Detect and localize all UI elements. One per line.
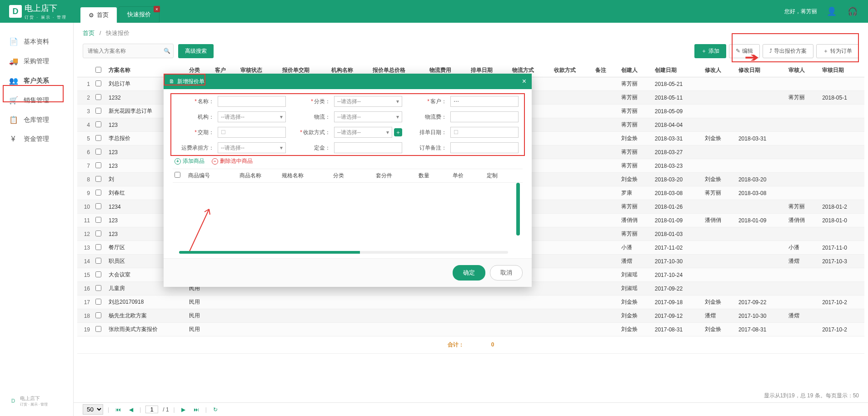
sidebar-item-1[interactable]: 🚚采购管理 bbox=[0, 51, 73, 71]
status-text: 显示从1到19，总 19 条。每页显示：50 bbox=[764, 392, 859, 400]
sidebar-item-0[interactable]: 📄基本资料 bbox=[0, 32, 73, 51]
page-size-select[interactable]: 50 bbox=[83, 404, 103, 415]
freight-select[interactable]: --请选择-- bbox=[218, 142, 286, 153]
form-grid: 名称： 分类： --请选择-- 客户： 机构： --请选择-- 物流： --请选… bbox=[173, 95, 523, 154]
category-select[interactable]: --请选择-- bbox=[334, 96, 402, 107]
column-header[interactable]: 备注 bbox=[592, 64, 618, 77]
row-checkbox[interactable] bbox=[95, 176, 101, 182]
prev-page-icon[interactable]: ◀ bbox=[127, 406, 135, 413]
search-box: 🔍 bbox=[83, 44, 174, 58]
next-page-icon[interactable]: ▶ bbox=[180, 406, 187, 413]
sidebar-icon: 📄 bbox=[9, 37, 17, 46]
row-checkbox[interactable] bbox=[95, 121, 101, 127]
name-input[interactable] bbox=[218, 96, 286, 107]
add-goods-link[interactable]: +添加商品 bbox=[175, 157, 205, 165]
horizontal-scrollbar[interactable] bbox=[179, 251, 508, 254]
help-icon[interactable]: 🎧 bbox=[846, 5, 859, 18]
payment-select[interactable]: --请选择-- bbox=[334, 127, 392, 138]
plus-icon: ＋ bbox=[823, 47, 828, 55]
add-payment-icon[interactable]: ＋ bbox=[394, 128, 402, 136]
table-row[interactable]: 17 刘总20170918民用 刘金焕2017-09-18刘金焕2017-09-… bbox=[77, 296, 864, 309]
sidebar-item-5[interactable]: ¥资金管理 bbox=[0, 130, 73, 149]
upload-icon: ⤴ bbox=[769, 48, 772, 54]
sidebar-item-4[interactable]: 📋仓库管理 bbox=[0, 110, 73, 130]
label-freight: 运费承担方： bbox=[173, 144, 214, 152]
document-icon: 🗎 bbox=[169, 78, 175, 85]
logfee-input[interactable] bbox=[450, 111, 519, 122]
label-category: 分类： bbox=[289, 98, 330, 105]
table-row[interactable]: 18 杨先生北欧方案民用 刘金焕2017-09-12潘熠2017-10-30潘熠 bbox=[77, 309, 864, 323]
tab-quote[interactable]: 快速报价 × bbox=[119, 6, 160, 23]
goods-column-header: 单价 bbox=[453, 172, 487, 180]
search-input[interactable] bbox=[83, 45, 160, 57]
sidebar-icon: ¥ bbox=[9, 135, 17, 143]
vertical-scrollbar[interactable] bbox=[516, 183, 520, 236]
cancel-button[interactable]: 取消 bbox=[490, 265, 523, 281]
label-customer: 客户： bbox=[406, 98, 447, 105]
deposit-input[interactable] bbox=[334, 142, 402, 153]
goods-column-header: 定制 bbox=[487, 172, 521, 180]
page-input[interactable] bbox=[145, 406, 158, 413]
column-header[interactable]: 修改人 bbox=[701, 64, 735, 77]
export-button[interactable]: ⤴导出报价方案 bbox=[763, 44, 813, 58]
row-checkbox[interactable] bbox=[95, 326, 101, 332]
column-header[interactable]: 创建人 bbox=[618, 64, 651, 77]
row-checkbox[interactable] bbox=[95, 162, 101, 168]
label-schedule: 排单日期： bbox=[406, 129, 447, 136]
label-remark: 订单备注： bbox=[406, 144, 447, 152]
label-deposit: 定金： bbox=[289, 144, 330, 152]
row-checkbox[interactable] bbox=[95, 299, 101, 305]
column-header[interactable]: 创建日期 bbox=[651, 64, 701, 77]
user-icon[interactable]: 👤 bbox=[825, 5, 838, 18]
column-header[interactable]: 收款方式 bbox=[550, 64, 592, 77]
row-checkbox[interactable] bbox=[95, 312, 101, 318]
tab-home[interactable]: ⚙ 首页 bbox=[80, 7, 117, 23]
sidebar-item-3[interactable]: 🛒销售管理 bbox=[0, 90, 73, 110]
refresh-icon[interactable]: ↻ bbox=[211, 406, 219, 413]
row-checkbox[interactable] bbox=[95, 190, 101, 195]
column-header[interactable]: 修改日期 bbox=[735, 64, 785, 77]
ok-button[interactable]: 确定 bbox=[453, 265, 485, 281]
convert-order-button[interactable]: ＋转为订单 bbox=[816, 44, 859, 58]
logistics-select[interactable]: --请选择-- bbox=[334, 111, 402, 122]
sidebar-icon: 🛒 bbox=[9, 96, 17, 105]
pencil-icon: ✎ bbox=[736, 48, 740, 54]
close-icon[interactable]: × bbox=[522, 77, 526, 85]
sidebar-item-label: 客户关系 bbox=[24, 77, 49, 85]
last-page-icon[interactable]: ⏭ bbox=[192, 406, 201, 413]
user-greeting: 您好，蒋芳丽 bbox=[784, 8, 817, 15]
row-checkbox[interactable] bbox=[95, 244, 101, 250]
row-checkbox[interactable] bbox=[95, 94, 101, 100]
org-select[interactable]: --请选择-- bbox=[218, 111, 286, 122]
row-checkbox[interactable] bbox=[95, 203, 101, 209]
close-icon[interactable]: × bbox=[154, 6, 160, 12]
goods-select-all[interactable] bbox=[175, 172, 180, 178]
select-all-checkbox[interactable] bbox=[95, 67, 101, 73]
column-header[interactable]: 审核人 bbox=[785, 64, 818, 77]
add-button[interactable]: ＋添加 bbox=[694, 44, 726, 58]
delete-goods-link[interactable]: −删除选中商品 bbox=[212, 157, 253, 165]
first-page-icon[interactable]: ⏮ bbox=[114, 406, 123, 413]
sidebar-item-2[interactable]: 👥客户关系 bbox=[0, 71, 73, 90]
table-row[interactable]: 19 张欣雨美式方案报价民用 刘金焕2017-08-31刘金焕2017-08-3… bbox=[77, 323, 864, 336]
row-checkbox[interactable] bbox=[95, 135, 101, 141]
remark-input[interactable] bbox=[450, 142, 519, 153]
row-checkbox[interactable] bbox=[95, 285, 101, 291]
schedule-date[interactable] bbox=[450, 127, 519, 138]
row-checkbox[interactable] bbox=[95, 258, 101, 264]
label-payment: 收款方式： bbox=[289, 129, 330, 136]
row-checkbox[interactable] bbox=[95, 217, 101, 223]
row-checkbox[interactable] bbox=[95, 149, 101, 155]
customer-picker[interactable] bbox=[450, 96, 519, 107]
delivery-date[interactable] bbox=[218, 127, 286, 138]
row-checkbox[interactable] bbox=[95, 271, 101, 277]
column-header[interactable]: 审核日期 bbox=[818, 64, 864, 77]
row-checkbox[interactable] bbox=[95, 231, 101, 236]
goods-grid-header: 商品编号商品名称规格名称分类套分件数量单价定制 bbox=[173, 169, 523, 183]
breadcrumb-root[interactable]: 首页 bbox=[83, 30, 95, 36]
dialog-title: 新增报价单 bbox=[177, 78, 205, 85]
adv-search-button[interactable]: 高级搜索 bbox=[178, 44, 214, 58]
row-checkbox[interactable] bbox=[95, 80, 101, 86]
row-checkbox[interactable] bbox=[95, 108, 101, 114]
search-icon[interactable]: 🔍 bbox=[160, 44, 173, 58]
